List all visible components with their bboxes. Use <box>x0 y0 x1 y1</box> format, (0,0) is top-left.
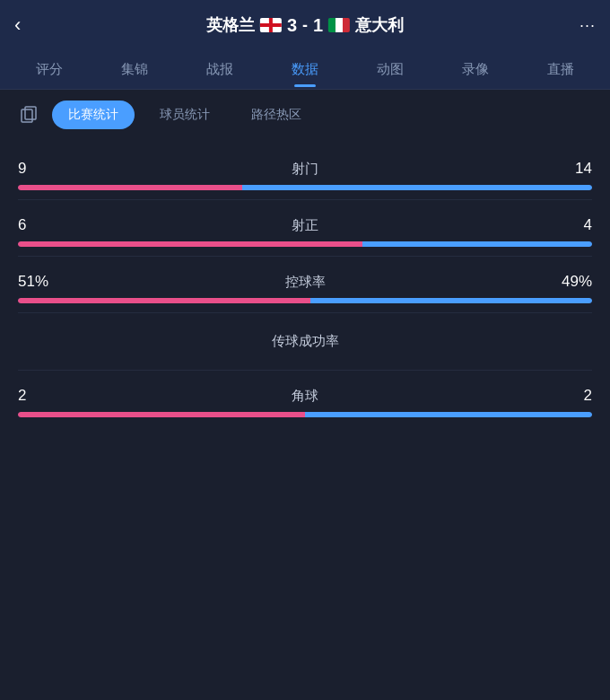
match-title: 英格兰 3 - 1 意大利 <box>206 14 404 36</box>
tab-dongtu[interactable]: 动图 <box>347 52 432 87</box>
bar-shots <box>18 185 592 190</box>
copy-icon[interactable] <box>14 101 43 129</box>
bar-corners-left <box>18 412 305 417</box>
header: ‹ 英格兰 3 - 1 意大利 ··· <box>0 0 610 50</box>
stat-corners-label: 角球 <box>63 388 547 405</box>
tab-pingfen[interactable]: 评分 <box>7 52 92 87</box>
bar-ontarget-right <box>362 241 592 247</box>
bar-corners-right <box>305 412 592 417</box>
bar-shots-right <box>242 185 592 190</box>
svg-rect-1 <box>25 107 36 119</box>
stat-row-shots: 9 射门 14 <box>0 147 610 196</box>
bar-possession-left <box>18 298 310 303</box>
stats-area: 9 射门 14 6 射正 4 51% 控球率 49% <box>0 140 610 430</box>
team-away-name: 意大利 <box>355 14 404 36</box>
divider-3 <box>18 312 592 313</box>
stat-pass-label: 传球成功率 <box>272 333 339 348</box>
sub-tab-player-stats[interactable]: 球员统计 <box>144 101 226 129</box>
stat-shots-left: 9 <box>18 160 63 178</box>
bar-shots-left <box>18 185 242 190</box>
bar-possession-right <box>310 298 592 303</box>
stat-ontarget-left: 6 <box>18 216 63 234</box>
stat-possession-right: 49% <box>547 273 592 291</box>
divider-1 <box>18 199 592 200</box>
divider-4 <box>18 370 592 371</box>
sub-tabs-row: 比赛统计 球员统计 路径热区 <box>0 90 610 140</box>
bar-possession <box>18 298 592 303</box>
svg-rect-0 <box>22 109 32 122</box>
stat-row-on-target: 6 射正 4 <box>0 204 610 252</box>
nav-tabs: 评分 集锦 战报 数据 动图 录像 直播 <box>0 50 610 90</box>
tab-luxiang[interactable]: 录像 <box>432 52 518 87</box>
sub-tab-heatmap[interactable]: 路径热区 <box>235 101 318 129</box>
tab-zhibo[interactable]: 直播 <box>518 52 603 87</box>
stat-corners-left: 2 <box>18 387 63 405</box>
bar-ontarget-left <box>18 241 362 247</box>
stat-possession-label: 控球率 <box>63 274 547 291</box>
score-home: 3 <box>287 15 297 36</box>
stat-possession-left: 51% <box>18 273 63 291</box>
team-home-name: 英格兰 <box>206 14 255 36</box>
divider-2 <box>18 256 592 257</box>
stat-shots-label: 射门 <box>63 161 547 178</box>
more-button[interactable]: ··· <box>580 16 596 35</box>
flag-italy <box>328 18 350 32</box>
score-away: 1 <box>313 15 323 36</box>
bar-corners <box>18 412 592 417</box>
stat-row-possession: 51% 控球率 49% <box>0 260 610 309</box>
tab-shuju[interactable]: 数据 <box>263 52 348 87</box>
score-separator: - <box>302 16 308 35</box>
stat-shots-right: 14 <box>547 160 592 178</box>
sub-tab-match-stats[interactable]: 比赛统计 <box>52 101 135 129</box>
stat-ontarget-label: 射正 <box>63 217 547 234</box>
stat-row-pass-accuracy: 传球成功率 <box>0 317 610 366</box>
back-button[interactable]: ‹ <box>14 13 21 37</box>
stat-row-corners: 2 角球 2 <box>0 374 610 423</box>
flag-england <box>260 18 282 32</box>
tab-zhanbao[interactable]: 战报 <box>178 52 263 87</box>
tab-jinjin[interactable]: 集锦 <box>92 52 178 87</box>
bar-ontarget <box>18 241 592 247</box>
stat-corners-right: 2 <box>547 387 592 405</box>
stat-ontarget-right: 4 <box>547 216 592 234</box>
